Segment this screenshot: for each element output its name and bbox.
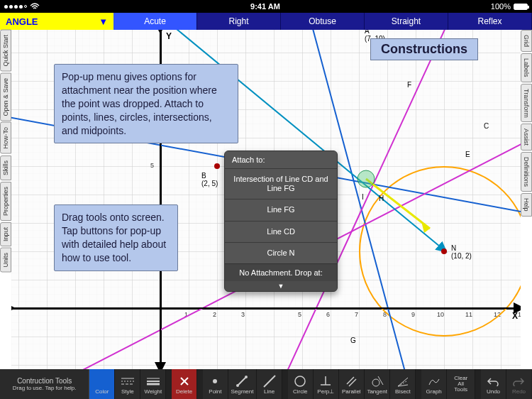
delete-tool[interactable]: Delete <box>172 369 197 399</box>
label-f: F <box>407 81 411 89</box>
svg-point-12 <box>358 170 375 187</box>
parallel-icon <box>344 374 358 388</box>
label-h: H <box>379 195 384 202</box>
right-side-tabs: Grid Labels Transform Assist Definitions… <box>521 30 532 218</box>
angle-dropdown[interactable]: ANGLE ▼ <box>0 13 113 30</box>
svg-point-29 <box>295 376 305 386</box>
segment-icon <box>235 374 249 388</box>
side-help[interactable]: Help <box>521 193 532 217</box>
wifi-icon <box>30 3 40 10</box>
bottom-toolbar: Contruction Tools Drag to use. Tap for h… <box>0 369 532 399</box>
side-labels[interactable]: Labels <box>521 53 532 82</box>
segment-tool[interactable]: Segment <box>228 369 257 399</box>
line-icon <box>262 374 277 388</box>
label-e: E <box>465 151 470 158</box>
tab-right[interactable]: Right <box>197 13 281 30</box>
circle-icon <box>293 374 307 388</box>
popup-header: Attach to: <box>225 151 337 168</box>
tangent-icon <box>370 374 384 388</box>
popup-more-icon[interactable]: ▼ <box>225 281 337 291</box>
circle-tool[interactable]: Circle <box>288 369 314 399</box>
label-i: I <box>362 193 364 201</box>
bisect-icon <box>396 374 410 388</box>
side-howto[interactable]: How-To <box>0 122 11 154</box>
weight-tool[interactable]: Weight <box>140 369 166 399</box>
status-time: 9:41 AM <box>40 2 491 11</box>
parallel-tool[interactable]: Parallel <box>339 369 365 399</box>
tab-acute[interactable]: Acute <box>113 13 197 30</box>
redo-tool[interactable]: Redo <box>506 369 532 399</box>
svg-point-27 <box>245 376 248 378</box>
left-side-tabs: Quick Start Open & Save How-To Skills Pr… <box>0 30 11 273</box>
undo-icon <box>486 374 500 388</box>
point-n[interactable] <box>441 248 447 254</box>
svg-point-26 <box>236 384 239 387</box>
label-n: N(10, 2) <box>451 244 472 260</box>
color-tool[interactable]: Color <box>89 369 115 399</box>
toolbar-info: Contruction Tools Drag to use. Tap for h… <box>0 369 89 399</box>
label-b: B(2, 5) <box>201 172 218 187</box>
callout-attachment: Pop-up menu gives options for attachment… <box>54 64 238 143</box>
label-c: C <box>484 122 489 130</box>
side-input[interactable]: Input <box>0 222 11 246</box>
tab-obtuse[interactable]: Obtuse <box>281 13 365 30</box>
perp-icon <box>318 374 333 388</box>
side-grid[interactable]: Grid <box>521 30 532 52</box>
svg-line-25 <box>238 377 246 386</box>
side-opensave[interactable]: Open & Save <box>0 73 11 121</box>
tab-straight[interactable]: Straight <box>365 13 448 30</box>
callout-drag-tools: Drag tools onto screen. Tap buttons for … <box>54 204 178 271</box>
geometry-canvas[interactable]: X Y 1 2 3 5 6 7 8 9 10 11 12 13 5 10 <box>11 30 521 369</box>
popup-no-attachment[interactable]: No Attachment. Drop at: <box>225 263 337 281</box>
style-tool[interactable]: Style <box>115 369 140 399</box>
undo-tool[interactable]: Undo <box>481 369 506 399</box>
popup-item-line-fg[interactable]: Line FG <box>225 199 337 220</box>
status-bar: 9:41 AM 100% <box>0 0 532 13</box>
side-skills[interactable]: Skills <box>0 155 11 180</box>
dropdown-icon: ▼ <box>99 16 108 27</box>
weight-icon <box>146 374 160 388</box>
clear-tool[interactable]: Clear All Tools <box>447 369 475 399</box>
label-g: G <box>350 337 356 344</box>
side-transform[interactable]: Transform <box>521 84 532 123</box>
point-tool[interactable]: Point <box>203 369 228 399</box>
graph-tool[interactable]: Graph <box>421 369 447 399</box>
constructions-badge: Constructions <box>370 38 478 60</box>
svg-point-34 <box>372 379 379 386</box>
perp-tool[interactable]: Perp⊥ <box>314 369 339 399</box>
line-tool[interactable]: Line <box>257 369 282 399</box>
point-icon <box>208 374 222 388</box>
redo-icon <box>511 374 526 388</box>
svg-line-28 <box>264 376 275 387</box>
svg-line-8 <box>366 179 430 229</box>
color-icon <box>95 374 109 388</box>
tab-reflex[interactable]: Reflex <box>448 13 532 30</box>
delete-icon <box>177 374 192 388</box>
point-b[interactable] <box>214 163 220 169</box>
popup-item-line-cd[interactable]: Line CD <box>225 221 337 242</box>
side-properties[interactable]: Properties <box>0 182 11 221</box>
style-icon <box>121 374 135 388</box>
attach-popup: Attach to: Intersection of Line CD and L… <box>224 151 338 292</box>
bisect-tool[interactable]: Bisect <box>390 369 416 399</box>
status-battery: 100% <box>491 2 528 11</box>
side-units[interactable]: Units <box>0 248 11 273</box>
graph-icon <box>427 374 441 388</box>
status-signal <box>4 3 40 10</box>
popup-item-intersection[interactable]: Intersection of Line CD and Line FG <box>225 168 337 199</box>
tangent-tool[interactable]: Tangent <box>365 369 391 399</box>
tab-bar: ANGLE ▼ Acute Right Obtuse Straight Refl… <box>0 13 532 30</box>
side-quickstart[interactable]: Quick Start <box>0 30 11 72</box>
side-assist[interactable]: Assist <box>521 124 532 151</box>
side-definitions[interactable]: Definitions <box>521 152 532 192</box>
popup-item-circle-n[interactable]: Circle N <box>225 242 337 263</box>
